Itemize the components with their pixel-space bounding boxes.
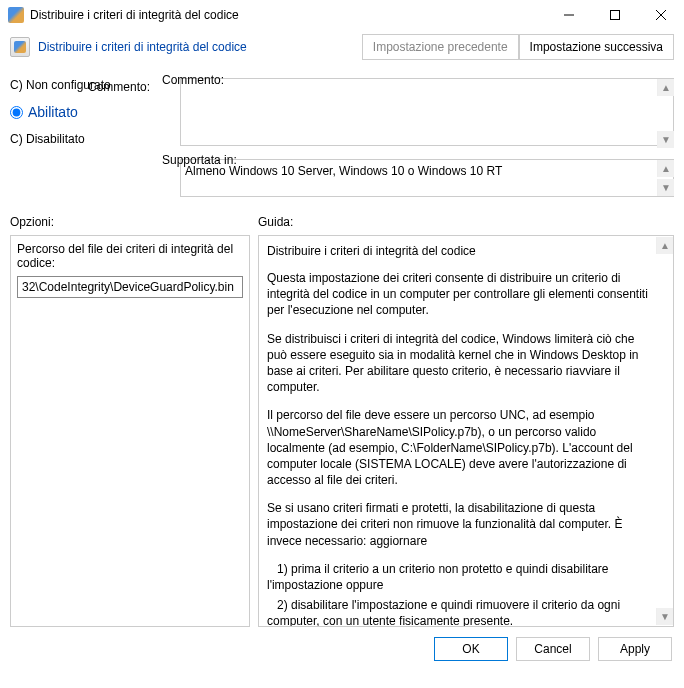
window-title: Distribuire i criteri di integrità del c…: [30, 8, 546, 22]
comment-label-vis: Commento:: [162, 73, 224, 87]
maximize-button[interactable]: [592, 0, 638, 30]
previous-setting-button[interactable]: Impostazione precedente: [362, 34, 519, 60]
ok-button[interactable]: OK: [434, 637, 508, 661]
subheader: Distribuire i criteri di integrità del c…: [0, 30, 684, 68]
help-paragraph: Se distribuisci i criteri di integrità d…: [267, 331, 651, 396]
options-section-label: Opzioni:: [10, 215, 258, 229]
apply-button[interactable]: Apply: [598, 637, 672, 661]
help-paragraph: Questa impostazione dei criteri consente…: [267, 270, 651, 319]
state-radio-group: C) Non configurato Abilitato C) Disabili…: [10, 78, 160, 197]
scroll-up-icon[interactable]: ▲: [656, 237, 673, 254]
svg-rect-1: [611, 11, 620, 20]
cancel-button[interactable]: Cancel: [516, 637, 590, 661]
policy-title: Distribuire i criteri di integrità del c…: [38, 40, 362, 54]
dialog-footer: OK Cancel Apply: [0, 627, 684, 671]
supported-on-box: Almeno Windows 10 Server, Windows 10 o W…: [180, 159, 674, 197]
policy-path-input[interactable]: [17, 276, 243, 298]
radio-disabled-label: C) Disabilitato: [10, 132, 85, 146]
help-subitem: 1) prima il criterio a un criterio non p…: [267, 561, 651, 593]
scroll-down-icon[interactable]: ▼: [656, 608, 673, 625]
radio-enabled-label: Abilitato: [28, 104, 78, 120]
minimize-button[interactable]: [546, 0, 592, 30]
help-paragraph: Il percorso del file deve essere un perc…: [267, 407, 651, 488]
scroll-down-icon[interactable]: ▼: [657, 179, 674, 196]
help-title: Distribuire i criteri di integrità del c…: [267, 244, 651, 258]
scroll-up-icon[interactable]: ▲: [657, 79, 674, 96]
guide-section-label: Guida:: [258, 215, 293, 229]
options-panel: Percorso del file dei criteri di integri…: [10, 235, 250, 627]
close-button[interactable]: [638, 0, 684, 30]
supported-on-label: Supportata in:: [162, 153, 237, 167]
help-subitem: 2) disabilitare l'impostazione e quindi …: [267, 597, 651, 627]
radio-enabled-input[interactable]: [10, 106, 23, 119]
next-setting-button[interactable]: Impostazione successiva: [519, 34, 674, 60]
app-icon: [8, 7, 24, 23]
comment-label: Commento:: [88, 78, 160, 94]
help-panel: ▲ ▼ Distribuire i criteri di integrità d…: [258, 235, 674, 627]
scroll-down-icon[interactable]: ▼: [657, 131, 674, 148]
radio-enabled[interactable]: Abilitato: [10, 104, 160, 120]
comment-textarea[interactable]: [180, 78, 674, 146]
radio-disabled[interactable]: C) Disabilitato: [10, 132, 160, 146]
help-paragraph: Se si usano criteri firmati e protetti, …: [267, 500, 651, 549]
titlebar: Distribuire i criteri di integrità del c…: [0, 0, 684, 30]
policy-path-label: Percorso del file dei criteri di integri…: [17, 242, 243, 270]
scroll-up-icon[interactable]: ▲: [657, 160, 674, 177]
policy-icon: [10, 37, 30, 57]
